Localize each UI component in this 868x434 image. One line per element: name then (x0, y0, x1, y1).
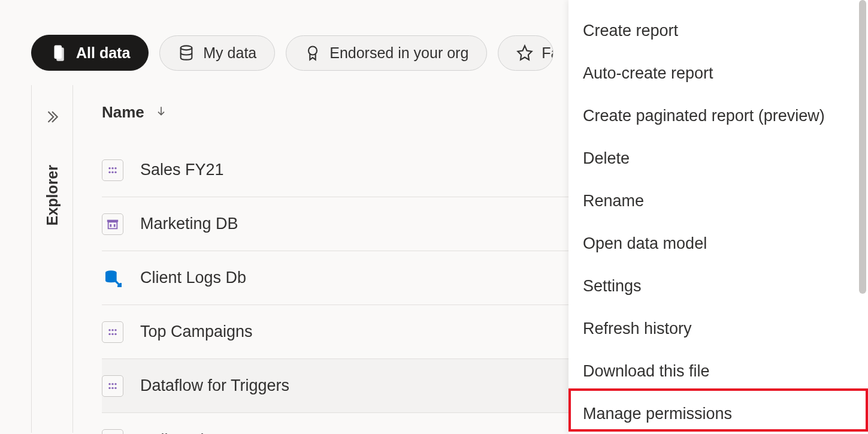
svg-point-12 (111, 329, 113, 331)
svg-rect-9 (114, 224, 116, 227)
filter-label-all: All data (76, 44, 130, 62)
filter-my-data[interactable]: My data (159, 35, 275, 71)
filter-label-endorsed: Endorsed in your org (329, 44, 468, 62)
svg-point-22 (114, 387, 116, 388)
datamart-icon (102, 213, 123, 235)
context-menu: Create report Auto-create report Create … (568, 0, 868, 434)
menu-open-data-model[interactable]: Open data model (568, 222, 868, 265)
row-name: Top Campaigns (140, 323, 253, 341)
row-name: Sales FY21 (140, 161, 224, 179)
dataset-icon (102, 375, 123, 397)
menu-download-file[interactable]: Download this file (568, 350, 868, 393)
row-name: Daily Sales (140, 431, 221, 435)
star-icon (516, 44, 533, 61)
svg-point-11 (108, 329, 110, 331)
menu-refresh-history[interactable]: Refresh history (568, 308, 868, 350)
svg-point-14 (108, 333, 110, 334)
svg-point-6 (111, 171, 113, 173)
row-name: Client Logs Db (140, 269, 246, 287)
menu-create-paginated[interactable]: Create paginated report (preview) (568, 95, 868, 137)
all-data-icon (50, 44, 68, 62)
svg-point-16 (114, 333, 116, 334)
menu-rename[interactable]: Rename (568, 180, 868, 222)
menu-delete[interactable]: Delete (568, 137, 868, 180)
filter-label-mydata: My data (203, 44, 256, 62)
filter-endorsed[interactable]: Endorsed in your org (286, 35, 487, 71)
svg-point-5 (108, 171, 110, 173)
svg-point-21 (111, 387, 113, 388)
filter-label-favorites: Fa (542, 44, 554, 62)
svg-point-13 (114, 329, 116, 331)
svg-point-18 (111, 383, 113, 385)
database-icon (178, 44, 195, 61)
column-name: Name (102, 103, 144, 122)
svg-rect-8 (110, 224, 111, 227)
svg-point-3 (111, 167, 113, 169)
report-icon (102, 429, 123, 434)
svg-point-1 (309, 47, 317, 55)
filter-favorites[interactable]: Fa (498, 35, 554, 71)
svg-point-4 (114, 167, 116, 169)
svg-point-20 (108, 387, 110, 388)
menu-manage-permissions[interactable]: Manage permissions (568, 393, 868, 434)
svg-point-15 (111, 333, 113, 334)
database-blue-icon (102, 267, 123, 289)
explorer-panel: Explorer (31, 85, 73, 433)
menu-create-report[interactable]: Create report (568, 10, 868, 52)
svg-point-17 (108, 383, 110, 385)
explorer-label: Explorer (44, 165, 61, 225)
chevron-right-icon[interactable] (44, 109, 60, 129)
dataset-icon (102, 321, 123, 343)
sort-arrow-down-icon (155, 105, 167, 120)
ribbon-icon (304, 44, 321, 61)
menu-auto-create-report[interactable]: Auto-create report (568, 52, 868, 95)
dataset-icon (102, 159, 123, 181)
scrollbar-thumb[interactable] (859, 0, 866, 294)
filter-all-data[interactable]: All data (31, 35, 149, 71)
menu-settings[interactable]: Settings (568, 265, 868, 308)
row-name: Marketing DB (140, 215, 238, 233)
svg-point-7 (114, 171, 116, 173)
svg-point-2 (108, 167, 110, 169)
svg-point-0 (181, 46, 192, 50)
svg-point-19 (114, 383, 116, 385)
row-name: Dataflow for Triggers (140, 376, 289, 395)
